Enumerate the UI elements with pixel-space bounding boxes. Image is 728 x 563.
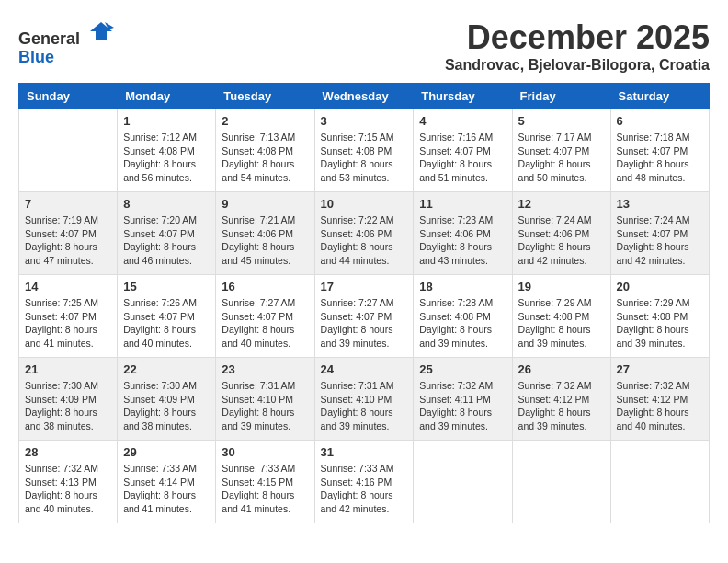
calendar-cell: 14Sunrise: 7:25 AMSunset: 4:07 PMDayligh…: [19, 275, 118, 358]
calendar-cell: 15Sunrise: 7:26 AMSunset: 4:07 PMDayligh…: [118, 275, 216, 358]
cell-day-number: 25: [419, 362, 506, 376]
calendar-cell: [19, 109, 118, 192]
calendar-cell: [610, 441, 709, 523]
cell-info: Sunrise: 7:32 AMSunset: 4:12 PMDaylight:…: [518, 379, 605, 433]
cell-day-number: 2: [222, 114, 308, 128]
calendar-cell: 18Sunrise: 7:28 AMSunset: 4:08 PMDayligh…: [414, 275, 512, 358]
calendar-cell: 11Sunrise: 7:23 AMSunset: 4:06 PMDayligh…: [414, 192, 512, 275]
cell-day-number: 10: [321, 197, 408, 211]
cell-day-number: 1: [123, 114, 210, 128]
calendar-cell: 21Sunrise: 7:30 AMSunset: 4:09 PMDayligh…: [19, 358, 118, 441]
cell-day-number: 19: [518, 280, 605, 293]
cell-day-number: 13: [617, 197, 703, 211]
cell-day-number: 30: [222, 445, 308, 459]
cell-day-number: 28: [25, 445, 111, 459]
calendar-cell: 30Sunrise: 7:33 AMSunset: 4:15 PMDayligh…: [216, 441, 314, 523]
calendar-cell: 12Sunrise: 7:24 AMSunset: 4:06 PMDayligh…: [512, 192, 610, 275]
cell-day-number: 6: [617, 114, 703, 128]
calendar-cell: 17Sunrise: 7:27 AMSunset: 4:07 PMDayligh…: [314, 275, 414, 358]
calendar-cell: 23Sunrise: 7:31 AMSunset: 4:10 PMDayligh…: [216, 358, 314, 441]
cell-info: Sunrise: 7:31 AMSunset: 4:10 PMDaylight:…: [222, 379, 308, 433]
cell-info: Sunrise: 7:32 AMSunset: 4:13 PMDaylight:…: [25, 462, 111, 516]
calendar-header-cell: Thursday: [414, 84, 512, 109]
cell-info: Sunrise: 7:29 AMSunset: 4:08 PMDaylight:…: [518, 296, 605, 350]
cell-info: Sunrise: 7:31 AMSunset: 4:10 PMDaylight:…: [321, 379, 408, 433]
calendar-cell: 31Sunrise: 7:33 AMSunset: 4:16 PMDayligh…: [314, 441, 414, 523]
cell-info: Sunrise: 7:33 AMSunset: 4:15 PMDaylight:…: [222, 462, 308, 516]
calendar-cell: 9Sunrise: 7:21 AMSunset: 4:06 PMDaylight…: [216, 192, 314, 275]
cell-info: Sunrise: 7:33 AMSunset: 4:16 PMDaylight:…: [321, 462, 408, 516]
calendar-header-cell: Friday: [512, 84, 610, 109]
cell-info: Sunrise: 7:26 AMSunset: 4:07 PMDaylight:…: [123, 296, 210, 350]
cell-day-number: 22: [123, 362, 210, 376]
cell-info: Sunrise: 7:33 AMSunset: 4:14 PMDaylight:…: [123, 462, 210, 516]
cell-day-number: 4: [419, 114, 506, 128]
calendar-cell: 16Sunrise: 7:27 AMSunset: 4:07 PMDayligh…: [216, 275, 314, 358]
cell-info: Sunrise: 7:15 AMSunset: 4:08 PMDaylight:…: [321, 131, 408, 185]
calendar-cell: 5Sunrise: 7:17 AMSunset: 4:07 PMDaylight…: [512, 109, 610, 192]
cell-info: Sunrise: 7:19 AMSunset: 4:07 PMDaylight:…: [25, 213, 111, 268]
cell-info: Sunrise: 7:28 AMSunset: 4:08 PMDaylight:…: [419, 296, 506, 350]
month-title: December 2025: [445, 18, 710, 57]
calendar-header-cell: Sunday: [19, 84, 118, 109]
cell-day-number: 16: [222, 280, 308, 293]
calendar-cell: 24Sunrise: 7:31 AMSunset: 4:10 PMDayligh…: [314, 358, 414, 441]
cell-day-number: 17: [321, 280, 408, 293]
cell-day-number: 31: [321, 445, 408, 459]
cell-day-number: 8: [123, 197, 210, 211]
cell-day-number: 21: [25, 362, 111, 376]
cell-day-number: 12: [518, 197, 605, 211]
calendar-cell: 20Sunrise: 7:29 AMSunset: 4:08 PMDayligh…: [610, 275, 709, 358]
calendar-cell: 1Sunrise: 7:12 AMSunset: 4:08 PMDaylight…: [118, 109, 216, 192]
calendar-header-cell: Saturday: [610, 84, 709, 109]
cell-day-number: 20: [617, 280, 703, 293]
cell-info: Sunrise: 7:13 AMSunset: 4:08 PMDaylight:…: [222, 131, 308, 185]
calendar-cell: 2Sunrise: 7:13 AMSunset: 4:08 PMDaylight…: [216, 109, 314, 192]
cell-info: Sunrise: 7:25 AMSunset: 4:07 PMDaylight:…: [25, 296, 111, 350]
logo-bird-icon: [88, 18, 114, 44]
calendar-cell: 10Sunrise: 7:22 AMSunset: 4:06 PMDayligh…: [314, 192, 414, 275]
calendar-cell: 4Sunrise: 7:16 AMSunset: 4:07 PMDaylight…: [414, 109, 512, 192]
calendar-cell: 8Sunrise: 7:20 AMSunset: 4:07 PMDaylight…: [118, 192, 216, 275]
cell-info: Sunrise: 7:32 AMSunset: 4:12 PMDaylight:…: [617, 379, 703, 433]
calendar-header-cell: Monday: [118, 84, 216, 109]
cell-info: Sunrise: 7:24 AMSunset: 4:06 PMDaylight:…: [518, 213, 605, 268]
calendar-header-cell: Tuesday: [216, 84, 314, 109]
cell-day-number: 11: [419, 197, 506, 211]
cell-info: Sunrise: 7:27 AMSunset: 4:07 PMDaylight:…: [222, 296, 308, 350]
calendar-cell: 6Sunrise: 7:18 AMSunset: 4:07 PMDaylight…: [610, 109, 709, 192]
cell-day-number: 18: [419, 280, 506, 293]
calendar-week-row: 7Sunrise: 7:19 AMSunset: 4:07 PMDaylight…: [19, 192, 710, 275]
calendar-cell: 27Sunrise: 7:32 AMSunset: 4:12 PMDayligh…: [610, 358, 709, 441]
logo-general: General: [18, 18, 114, 49]
cell-day-number: 26: [518, 362, 605, 376]
cell-info: Sunrise: 7:27 AMSunset: 4:07 PMDaylight:…: [321, 296, 408, 350]
calendar-cell: 13Sunrise: 7:24 AMSunset: 4:07 PMDayligh…: [610, 192, 709, 275]
cell-info: Sunrise: 7:17 AMSunset: 4:07 PMDaylight:…: [518, 131, 605, 185]
cell-day-number: 3: [321, 114, 408, 128]
calendar-cell: 29Sunrise: 7:33 AMSunset: 4:14 PMDayligh…: [118, 441, 216, 523]
calendar-cell: 28Sunrise: 7:32 AMSunset: 4:13 PMDayligh…: [19, 441, 118, 523]
calendar-cell: 22Sunrise: 7:30 AMSunset: 4:09 PMDayligh…: [118, 358, 216, 441]
calendar-week-row: 1Sunrise: 7:12 AMSunset: 4:08 PMDaylight…: [19, 109, 710, 192]
calendar-week-row: 14Sunrise: 7:25 AMSunset: 4:07 PMDayligh…: [19, 275, 710, 358]
cell-info: Sunrise: 7:21 AMSunset: 4:06 PMDaylight:…: [222, 213, 308, 268]
calendar-cell: 25Sunrise: 7:32 AMSunset: 4:11 PMDayligh…: [414, 358, 512, 441]
calendar-cell: 19Sunrise: 7:29 AMSunset: 4:08 PMDayligh…: [512, 275, 610, 358]
calendar-cell: [414, 441, 512, 523]
header: General Blue December 2025 Sandrovac, Bj…: [18, 18, 710, 74]
calendar-header-row: SundayMondayTuesdayWednesdayThursdayFrid…: [19, 84, 710, 109]
cell-info: Sunrise: 7:22 AMSunset: 4:06 PMDaylight:…: [321, 213, 408, 268]
cell-info: Sunrise: 7:29 AMSunset: 4:08 PMDaylight:…: [617, 296, 703, 350]
calendar-header-cell: Wednesday: [314, 84, 414, 109]
cell-info: Sunrise: 7:12 AMSunset: 4:08 PMDaylight:…: [123, 131, 210, 185]
calendar-cell: 7Sunrise: 7:19 AMSunset: 4:07 PMDaylight…: [19, 192, 118, 275]
cell-day-number: 23: [222, 362, 308, 376]
cell-day-number: 7: [25, 197, 111, 211]
cell-info: Sunrise: 7:24 AMSunset: 4:07 PMDaylight:…: [617, 213, 703, 268]
cell-info: Sunrise: 7:20 AMSunset: 4:07 PMDaylight:…: [123, 213, 210, 268]
cell-info: Sunrise: 7:23 AMSunset: 4:06 PMDaylight:…: [419, 213, 506, 268]
cell-info: Sunrise: 7:30 AMSunset: 4:09 PMDaylight:…: [123, 379, 210, 433]
cell-day-number: 29: [123, 445, 210, 459]
calendar-cell: [512, 441, 610, 523]
